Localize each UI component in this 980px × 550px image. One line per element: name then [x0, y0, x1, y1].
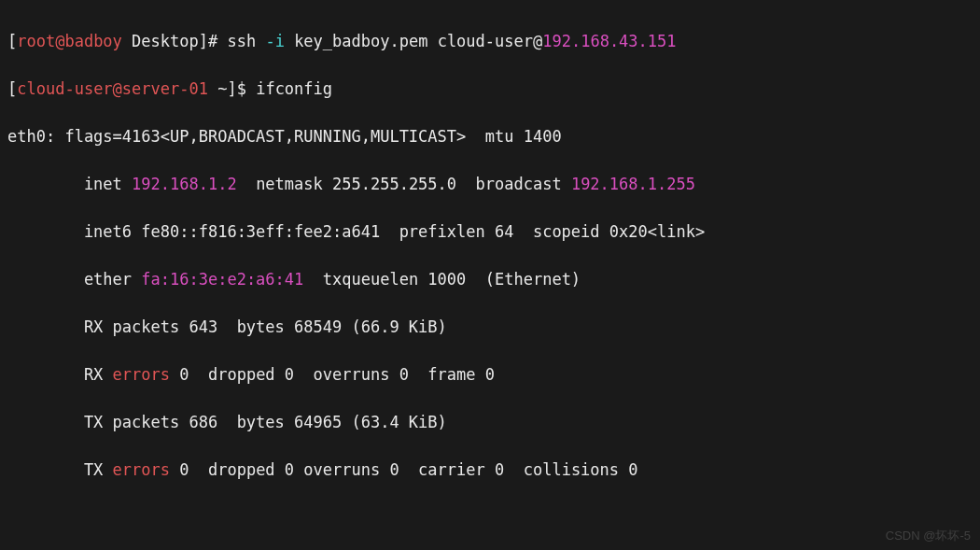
label: TX — [7, 460, 113, 479]
line-ssh: [root@badboy Desktop]# ssh -i key_badboy… — [7, 30, 973, 54]
errors-label: errors — [113, 460, 170, 479]
cmd-text: key_badboy.pem cloud-user@ — [285, 32, 542, 50]
blank-line — [7, 506, 973, 530]
label: inet — [7, 175, 132, 193]
bracket: [ — [7, 32, 17, 50]
ip-address: 192.168.1.255 — [571, 175, 695, 193]
mac-address: fa:16:3e:e2:a6:41 — [141, 270, 303, 289]
line-ifconfig: [cloud-user@server-01 ~]$ ifconfig — [7, 78, 973, 102]
terminal-output[interactable]: [root@badboy Desktop]# ssh -i key_badboy… — [0, 0, 980, 550]
ip-address: 192.168.1.2 — [132, 175, 237, 193]
text: 0 dropped 0 overruns 0 carrier 0 collisi… — [170, 460, 638, 479]
eth0-inet: inet 192.168.1.2 netmask 255.255.255.0 b… — [7, 173, 973, 197]
label: ether — [7, 270, 141, 289]
eth0-header: eth0: flags=4163<UP,BROADCAST,RUNNING,MU… — [7, 125, 973, 149]
prompt-user: root@badboy — [17, 32, 122, 50]
label: RX — [7, 365, 113, 384]
prompt-dir: ~ — [208, 79, 227, 98]
eth0-inet6: inet6 fe80::f816:3eff:fee2:a641 prefixle… — [7, 220, 973, 245]
cmd-text: ifconfig — [256, 79, 332, 98]
text: 0 dropped 0 overruns 0 frame 0 — [170, 365, 495, 384]
eth0-tx-packets: TX packets 686 bytes 64965 (63.4 KiB) — [7, 411, 973, 435]
flag: -i — [265, 32, 284, 50]
bracket: [ — [7, 79, 17, 98]
bracket-close: ]# — [199, 32, 228, 50]
ip-address: 192.168.43.151 — [542, 32, 676, 50]
eth0-rx-packets: RX packets 643 bytes 68549 (66.9 KiB) — [7, 316, 973, 340]
text: netmask 255.255.255.0 broadcast — [237, 175, 571, 193]
eth0-rx-errors: RX errors 0 dropped 0 overruns 0 frame 0 — [7, 363, 973, 388]
cmd-text: ssh — [227, 32, 265, 50]
errors-label: errors — [113, 365, 170, 384]
prompt-dir: Desktop — [122, 32, 199, 50]
eth0-ether: ether fa:16:3e:e2:a6:41 txqueuelen 1000 … — [7, 268, 973, 292]
eth0-tx-errors: TX errors 0 dropped 0 overruns 0 carrier… — [7, 458, 973, 483]
bracket-close: ]$ — [227, 79, 256, 98]
prompt-user: cloud-user@server-01 — [17, 79, 208, 98]
text: txqueuelen 1000 (Ethernet) — [303, 270, 581, 289]
watermark: CSDN @坏坏-5 — [886, 527, 971, 545]
